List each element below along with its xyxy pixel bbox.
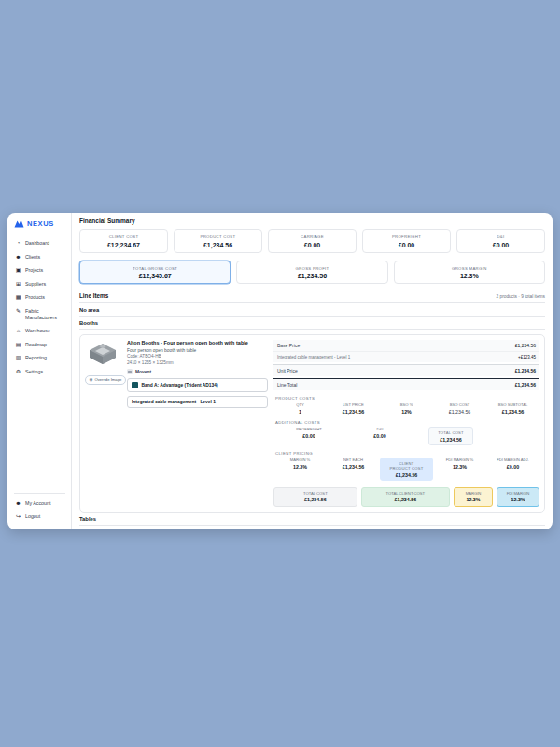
total-cost-box: TOTAL COST £1,234.56 bbox=[428, 427, 473, 445]
client-pricing-title: CLIENT PRICING bbox=[273, 451, 539, 456]
sidebar-item-label: Suppliers bbox=[25, 281, 46, 288]
cost-label: FDI MARGIN bbox=[499, 491, 537, 496]
base-price-label: Base Price bbox=[277, 343, 300, 348]
group-header-booths[interactable]: Booths bbox=[79, 317, 545, 331]
client-product-cost-box: CLIENT PRODUCT COST £1,234.56 bbox=[380, 458, 433, 481]
settings-icon: ⚙ bbox=[15, 369, 21, 375]
card-value: £12,234.67 bbox=[82, 242, 165, 248]
qty-column: QTY 1 bbox=[273, 402, 327, 415]
bso-subtotal-column: BSO SUBTOTAL £1,234.56 bbox=[486, 402, 539, 415]
sidebar-item-label: Logout bbox=[25, 514, 40, 520]
product-costs-title: PRODUCT COSTS bbox=[273, 396, 539, 401]
card-value: £12,345.67 bbox=[82, 273, 228, 279]
unit-price-label: Unit Price bbox=[277, 368, 298, 374]
cost-value: £1,234.56 bbox=[389, 472, 424, 478]
sidebar-item-label: Fabric Manufacturers bbox=[25, 308, 64, 320]
sidebar-item-logout[interactable]: ↪ Logout bbox=[14, 510, 65, 524]
line-item-booth: ◉ Override Image Alton Booths - Four per… bbox=[79, 334, 545, 513]
sidebar-nav: ◔ Dashboard ☻ Clients ▣ Projects ⊞ Suppl… bbox=[14, 236, 65, 379]
bso-cost-column: BSO COST £1,234.56 bbox=[433, 402, 486, 415]
sidebar-item-fabric-manufacturers[interactable]: ✎ Fabric Manufacturers bbox=[14, 304, 65, 324]
sidebar-item-dashboard[interactable]: ◔ Dashboard bbox=[14, 236, 65, 250]
di-column: D&I £0.00 bbox=[344, 427, 415, 445]
sidebar-item-settings[interactable]: ⚙ Settings bbox=[14, 365, 65, 379]
page-title: Financial Summary bbox=[79, 218, 545, 224]
sidebar-item-label: Settings bbox=[25, 369, 43, 375]
option-price-value: +£123.45 bbox=[518, 355, 536, 359]
fabric-swatch-icon bbox=[132, 382, 138, 388]
supplier-logo-icon bbox=[127, 369, 133, 374]
cost-label: BSO COST bbox=[433, 402, 486, 407]
override-image-icon: ◉ bbox=[90, 377, 93, 382]
totals-row: TOTAL COST £1,234.56 TOTAL CLIENT COST £… bbox=[273, 487, 539, 507]
option-price-label: Integrated cable management - Level 1 bbox=[277, 355, 350, 359]
sidebar-item-roadmap[interactable]: ▤ Roadmap bbox=[14, 338, 65, 352]
total-cost-summary-box: TOTAL COST £1,234.56 bbox=[273, 487, 357, 507]
cost-label: MARGIN % bbox=[273, 458, 327, 462]
cost-value: £1,234.56 bbox=[276, 497, 355, 502]
override-image-button[interactable]: ◉ Override Image bbox=[85, 375, 126, 385]
cost-value: £1,234.56 bbox=[327, 464, 380, 470]
cost-label: BSO SUBTOTAL bbox=[486, 402, 539, 407]
cost-label: BSO % bbox=[380, 402, 433, 407]
my-account-icon: ☻ bbox=[15, 500, 21, 507]
sidebar-item-reporting[interactable]: ▥ Reporting bbox=[14, 351, 65, 365]
option-price-row: Integrated cable management - Level 1 +£… bbox=[273, 351, 539, 362]
cost-label: MARGIN bbox=[456, 491, 490, 496]
roadmap-icon: ▤ bbox=[15, 342, 21, 348]
sidebar-item-my-account[interactable]: ☻ My Account bbox=[14, 497, 65, 511]
reporting-icon: ▥ bbox=[15, 355, 21, 361]
cost-value: 12.3% bbox=[456, 497, 490, 502]
booth-item-title: Alton Booths - Four person open booth wi… bbox=[127, 340, 268, 346]
cost-value: £0.00 bbox=[273, 433, 344, 439]
margin-box: MARGIN 12.3% bbox=[454, 487, 493, 507]
cost-value: £0.00 bbox=[344, 433, 415, 439]
fdi-margin-adj-column: FDI MARGIN ADJ. £0.00 bbox=[486, 458, 539, 481]
sidebar-item-clients[interactable]: ☻ Clients bbox=[14, 250, 65, 264]
card-carriage: CARRIAGE £0.00 bbox=[268, 229, 357, 253]
group-header-tables[interactable]: Tables bbox=[79, 513, 545, 527]
sidebar-item-label: Products bbox=[25, 294, 45, 301]
unit-price-row: Unit Price £1,234.56 bbox=[273, 364, 539, 376]
sidebar-item-projects[interactable]: ▣ Projects bbox=[14, 263, 65, 277]
fabric-band-selector[interactable]: Band A: Advantage (Trident AD134) bbox=[127, 378, 268, 392]
card-label: PRODUCT COST bbox=[176, 234, 259, 239]
cost-value: 12.3% bbox=[273, 464, 327, 470]
card-client-cost: CLIENT COST £12,234.67 bbox=[79, 229, 168, 253]
nexus-logo-icon bbox=[14, 219, 24, 228]
summary-cards-row-2: TOTAL GROSS COST £12,345.67 GROSS PROFIT… bbox=[79, 261, 545, 285]
sidebar-item-label: Dashboard bbox=[25, 240, 49, 247]
line-total-value: £1,234.56 bbox=[515, 382, 536, 388]
additional-costs-columns: PROFREIGHT £0.00 D&I £0.00 TOTAL COST £1… bbox=[273, 427, 486, 445]
cost-label: TOTAL COST bbox=[438, 430, 464, 435]
cost-label: TOTAL COST bbox=[276, 491, 355, 496]
card-gross-profit: GROSS PROFIT £1,234.56 bbox=[236, 261, 387, 285]
card-value: £0.00 bbox=[459, 242, 542, 248]
group-header-no-area[interactable]: No area bbox=[79, 303, 545, 317]
fdi-margin-box: FDI MARGIN 12.3% bbox=[497, 487, 539, 507]
nexus-logo[interactable]: NEXUS bbox=[14, 219, 65, 228]
sidebar-item-products[interactable]: ▦ Products bbox=[14, 290, 65, 304]
cost-value: 1 bbox=[273, 409, 327, 415]
main-content: Financial Summary CLIENT COST £12,234.67… bbox=[72, 213, 553, 529]
fdi-margin-percent-column: FDI MARGIN % 12.3% bbox=[433, 458, 486, 481]
products-icon: ▦ bbox=[15, 294, 21, 301]
client-product-cost-column: CLIENT PRODUCT COST £1,234.56 bbox=[380, 458, 433, 481]
card-value: £0.00 bbox=[365, 242, 448, 248]
line-items-title: Line Items bbox=[79, 292, 108, 299]
card-value: £0.00 bbox=[271, 242, 354, 248]
cost-value: £1,234.56 bbox=[438, 437, 464, 443]
card-value: 12.3% bbox=[397, 273, 542, 279]
sidebar-item-label: Clients bbox=[25, 254, 40, 261]
sidebar-item-suppliers[interactable]: ⊞ Suppliers bbox=[14, 277, 65, 291]
booth-product-image[interactable] bbox=[85, 340, 120, 368]
cost-label: PROFREIGHT bbox=[273, 427, 344, 431]
product-option-selector[interactable]: Integrated cable management - Level 1 bbox=[127, 396, 268, 408]
sidebar-item-warehouse[interactable]: ⌂ Warehouse bbox=[14, 324, 65, 338]
client-pricing-columns: MARGIN % 12.3% NET EACH £1,234.56 CLIENT… bbox=[273, 458, 539, 481]
card-value: £1,234.56 bbox=[239, 273, 385, 279]
card-total-gross-cost[interactable]: TOTAL GROSS COST £12,345.67 bbox=[79, 261, 231, 285]
supplier-name: Movent bbox=[135, 370, 151, 374]
booth-item-code: Code: ATBO4-HB bbox=[127, 354, 268, 359]
booth-item-subtitle: Four person open booth with table bbox=[127, 348, 268, 353]
